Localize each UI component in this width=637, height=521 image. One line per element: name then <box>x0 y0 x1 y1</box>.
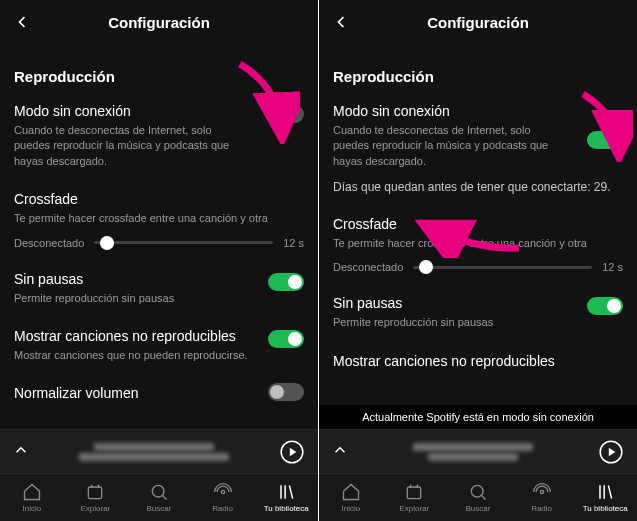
nav-library[interactable]: Tu biblioteca <box>254 482 318 513</box>
svg-line-17 <box>609 485 612 498</box>
play-button[interactable] <box>597 438 625 466</box>
setting-unplayable: Mostrar canciones no reproducibles <box>333 345 623 369</box>
svg-line-8 <box>290 485 293 498</box>
crossfade-desc: Te permite hacer crossfade entre una can… <box>333 236 623 251</box>
unplayable-title: Mostrar canciones no reproducibles <box>14 328 304 344</box>
play-button[interactable] <box>278 438 306 466</box>
nav-radio[interactable]: Radio <box>191 482 255 513</box>
offline-banner: Actualmente Spotify está en modo sin con… <box>319 405 637 429</box>
setting-unplayable: Mostrar canciones no reproducibles Mostr… <box>14 320 304 377</box>
nav-home-label: Inicio <box>22 504 41 513</box>
svg-point-14 <box>540 490 543 493</box>
nav-search[interactable]: Buscar <box>127 482 191 513</box>
svg-point-5 <box>221 490 224 493</box>
setting-gapless: Sin pausas Permite reproducción sin paus… <box>333 287 623 344</box>
svg-marker-10 <box>609 447 616 456</box>
normalize-toggle[interactable] <box>268 383 304 401</box>
crossfade-slider[interactable] <box>413 266 592 269</box>
chevron-up-icon[interactable] <box>331 441 349 463</box>
setting-normalize: Normalizar volumen <box>14 377 304 401</box>
setting-offline-mode: Modo sin conexión Cuando te desconectas … <box>14 95 304 183</box>
svg-point-12 <box>471 485 483 497</box>
page-title: Configuración <box>427 14 529 31</box>
svg-line-13 <box>481 495 485 499</box>
crossfade-title: Crossfade <box>14 191 304 207</box>
nav-browse[interactable]: Explorar <box>383 482 447 513</box>
nav-browse-label: Explorar <box>399 504 429 513</box>
gapless-title: Sin pausas <box>14 271 304 287</box>
nav-home[interactable]: Inicio <box>319 482 383 513</box>
section-playback: Reproducción <box>14 44 304 95</box>
header: Configuración <box>0 0 318 44</box>
unplayable-desc: Mostrar canciones que no pueden reproduc… <box>14 348 304 363</box>
chevron-up-icon[interactable] <box>12 441 30 463</box>
setting-crossfade: Crossfade Te permite hacer crossfade ent… <box>14 183 304 230</box>
nav-library-label: Tu biblioteca <box>264 504 309 513</box>
screen-offline-off: Configuración Reproducción Modo sin cone… <box>0 0 318 521</box>
offline-desc: Cuando te desconectas de Internet, solo … <box>14 123 304 169</box>
svg-marker-1 <box>290 447 297 456</box>
normalize-title: Normalizar volumen <box>14 385 304 401</box>
settings-content: Reproducción Modo sin conexión Cuando te… <box>319 44 637 373</box>
nav-radio[interactable]: Radio <box>510 482 574 513</box>
svg-rect-2 <box>89 487 102 499</box>
unplayable-title: Mostrar canciones no reproducibles <box>333 353 623 369</box>
crossfade-slider[interactable] <box>94 241 273 244</box>
bottom-nav: Inicio Explorar Buscar Radio Tu bibliote… <box>319 473 637 521</box>
gapless-toggle[interactable] <box>587 297 623 315</box>
slider-right-label: 12 s <box>602 261 623 273</box>
page-title: Configuración <box>108 14 210 31</box>
back-button[interactable] <box>8 8 36 36</box>
nav-browse-label: Explorar <box>80 504 110 513</box>
setting-crossfade: Crossfade Te permite hacer crossfade ent… <box>333 208 623 255</box>
gapless-desc: Permite reproducción sin pausas <box>333 315 623 330</box>
now-playing-track <box>40 443 268 461</box>
now-playing-track <box>359 443 587 461</box>
offline-desc: Cuando te desconectas de Internet, solo … <box>333 123 623 169</box>
nav-search-label: Buscar <box>147 504 172 513</box>
now-playing-bar[interactable] <box>319 429 637 473</box>
offline-toggle[interactable] <box>268 105 304 123</box>
section-playback: Reproducción <box>333 44 623 95</box>
offline-title: Modo sin conexión <box>14 103 304 119</box>
crossfade-slider-row: Desconectado 12 s <box>14 231 304 263</box>
setting-offline-mode: Modo sin conexión Cuando te desconectas … <box>333 95 623 177</box>
slider-right-label: 12 s <box>283 237 304 249</box>
offline-title: Modo sin conexión <box>333 103 623 119</box>
offline-days-remaining: Días que quedan antes de tener que conec… <box>333 177 623 208</box>
bottom-nav: Inicio Explorar Buscar Radio Tu bibliote… <box>0 473 318 521</box>
nav-library-label: Tu biblioteca <box>583 504 628 513</box>
nav-search-label: Buscar <box>466 504 491 513</box>
offline-toggle[interactable] <box>587 131 623 149</box>
gapless-toggle[interactable] <box>268 273 304 291</box>
gapless-title: Sin pausas <box>333 295 623 311</box>
now-playing-bar[interactable] <box>0 429 318 473</box>
unplayable-toggle[interactable] <box>268 330 304 348</box>
nav-radio-label: Radio <box>212 504 233 513</box>
nav-radio-label: Radio <box>531 504 552 513</box>
crossfade-slider-row: Desconectado 12 s <box>333 255 623 287</box>
nav-browse[interactable]: Explorar <box>64 482 128 513</box>
svg-point-3 <box>152 485 164 497</box>
crossfade-title: Crossfade <box>333 216 623 232</box>
crossfade-desc: Te permite hacer crossfade entre una can… <box>14 211 304 226</box>
svg-rect-11 <box>408 487 421 499</box>
screen-offline-on: Configuración Reproducción Modo sin cone… <box>319 0 637 521</box>
svg-line-4 <box>162 495 166 499</box>
header: Configuración <box>319 0 637 44</box>
settings-content: Reproducción Modo sin conexión Cuando te… <box>0 44 318 405</box>
back-button[interactable] <box>327 8 355 36</box>
nav-library[interactable]: Tu biblioteca <box>573 482 637 513</box>
gapless-desc: Permite reproducción sin pausas <box>14 291 304 306</box>
nav-search[interactable]: Buscar <box>446 482 510 513</box>
nav-home[interactable]: Inicio <box>0 482 64 513</box>
slider-left-label: Desconectado <box>333 261 403 273</box>
slider-left-label: Desconectado <box>14 237 84 249</box>
nav-home-label: Inicio <box>341 504 360 513</box>
setting-gapless: Sin pausas Permite reproducción sin paus… <box>14 263 304 320</box>
